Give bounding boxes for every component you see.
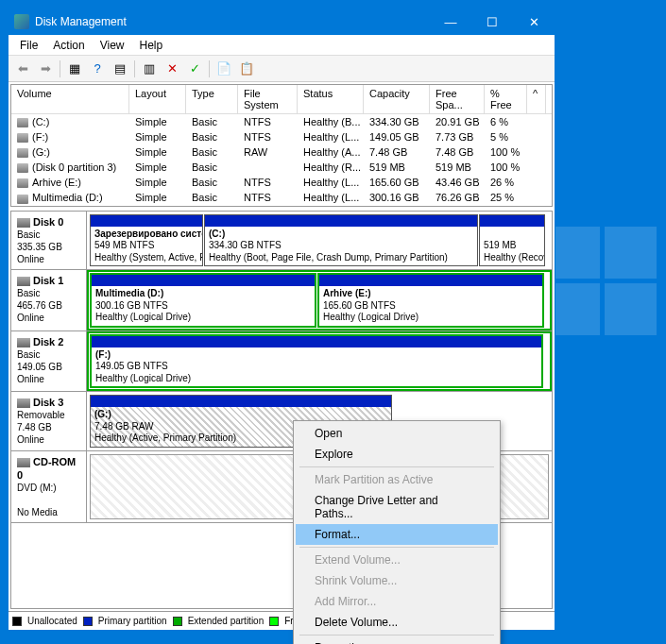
list-row[interactable]: (C:)SimpleBasicNTFSHealthy (B...334.30 G…: [11, 114, 552, 129]
partition[interactable]: (C:)334.30 GB NTFSHealthy (Boot, Page Fi…: [204, 214, 478, 267]
back-icon[interactable]: ⬅: [12, 59, 33, 79]
partitions: Multimedia (D:)300.16 GB NTFSHealthy (Lo…: [87, 270, 552, 330]
menu-file[interactable]: File: [12, 37, 45, 54]
volume-icon: [17, 133, 28, 143]
delete-icon[interactable]: ✕: [162, 59, 182, 79]
volume-icon: [17, 195, 28, 204]
partition[interactable]: Arhive (E:)165.60 GB NTFSHealthy (Logica…: [317, 273, 544, 328]
disk-row: Disk 0Basic335.35 GBOnlineЗарезервирован…: [11, 212, 552, 271]
hdr-status[interactable]: Status: [298, 85, 364, 113]
menu-view[interactable]: View: [93, 37, 132, 54]
maximize-button[interactable]: ☐: [471, 8, 513, 35]
disk-icon: [17, 398, 30, 408]
menu-item-delete-volume[interactable]: Delete Volume...: [296, 612, 498, 633]
list-row[interactable]: (F:)SimpleBasicNTFSHealthy (L...149.05 G…: [11, 129, 552, 144]
hdr-pfree[interactable]: % Free: [485, 85, 527, 113]
disk-row: Disk 2Basic149.05 GBOnline(F:)149.05 GB …: [11, 331, 552, 393]
menu-item-extend-volume: Extend Volume...: [296, 550, 498, 570]
disk-icon: [17, 218, 30, 228]
partition[interactable]: Multimedia (D:)300.16 GB NTFSHealthy (Lo…: [90, 273, 316, 328]
volume-icon: [17, 118, 28, 127]
menu-item-properties[interactable]: Properties: [296, 637, 498, 644]
volume-icon: [17, 178, 28, 188]
hdr-layout[interactable]: Layout: [129, 85, 186, 113]
toolbar: ⬅ ➡ ▦ ? ▤ ▥ ✕ ✓ 📄 📋: [9, 56, 555, 82]
disk-row: Disk 1Basic465.76 GBOnlineMultimedia (D:…: [11, 270, 552, 331]
partition[interactable]: 519 MBHealthy (Recovery Partition: [479, 214, 545, 267]
disk-icon: [17, 458, 30, 467]
disk-info[interactable]: Disk 1Basic465.76 GBOnline: [11, 270, 87, 330]
menu-item-change-drive-letter-and-paths[interactable]: Change Drive Letter and Paths...: [296, 490, 498, 524]
hdr-fs[interactable]: File System: [238, 85, 298, 113]
format-icon[interactable]: ✓: [184, 59, 205, 79]
volume-icon: [17, 163, 28, 173]
menu-separator: [299, 547, 494, 548]
hdr-spacer: ^: [527, 85, 546, 113]
menu-item-explore[interactable]: Explore: [296, 444, 498, 465]
context-menu: OpenExploreMark Partition as ActiveChang…: [293, 420, 501, 644]
volume-list[interactable]: Volume Layout Type File System Status Ca…: [10, 84, 553, 207]
partition[interactable]: (F:)149.05 GB NTFSHealthy (Logical Drive…: [90, 334, 543, 389]
hdr-free[interactable]: Free Spa...: [430, 85, 485, 113]
disk-icon: [17, 338, 30, 347]
menu-separator: [299, 635, 494, 636]
menu-action[interactable]: Action: [45, 37, 92, 54]
menu-help[interactable]: Help: [132, 37, 171, 54]
legend-swatch: [173, 617, 182, 626]
menubar: File Action View Help: [9, 35, 555, 56]
legend-label: Primary partition: [98, 616, 167, 626]
hdr-volume[interactable]: Volume: [11, 85, 129, 113]
list-row[interactable]: (G:)SimpleBasicRAWHealthy (A...7.48 GB7.…: [11, 144, 552, 160]
legend-swatch: [269, 617, 279, 626]
legend-swatch: [12, 617, 22, 626]
disk-info[interactable]: Disk 2Basic149.05 GBOnline: [11, 331, 87, 392]
legend-label: Unallocated: [27, 616, 77, 626]
menu-item-open[interactable]: Open: [296, 423, 498, 444]
minimize-button[interactable]: —: [430, 8, 471, 35]
forward-icon[interactable]: ➡: [35, 59, 56, 79]
list-header: Volume Layout Type File System Status Ca…: [11, 85, 552, 114]
partitions: Зарезервировано систе549 MB NTFSHealthy …: [87, 212, 552, 270]
view-icon[interactable]: ▦: [64, 59, 85, 79]
refresh-icon[interactable]: 📄: [213, 59, 234, 79]
list-row[interactable]: (Disk 0 partition 3)SimpleBasicHealthy (…: [11, 160, 552, 175]
app-icon: [14, 14, 29, 29]
list-row[interactable]: Arhive (E:)SimpleBasicNTFSHealthy (L...1…: [11, 175, 552, 190]
menu-item-shrink-volume: Shrink Volume...: [296, 570, 498, 591]
window-title: Disk Management: [35, 15, 430, 28]
menu-item-format[interactable]: Format...: [296, 524, 498, 545]
legend-label: Extended partition: [188, 616, 265, 626]
partition[interactable]: Зарезервировано систе549 MB NTFSHealthy …: [90, 214, 203, 267]
menu-item-mark-partition-as-active: Mark Partition as Active: [296, 469, 498, 490]
hdr-capacity[interactable]: Capacity: [364, 85, 430, 113]
partitions: (F:)149.05 GB NTFSHealthy (Logical Drive…: [87, 331, 552, 392]
volume-icon: [17, 148, 28, 158]
properties-icon[interactable]: ▤: [110, 59, 130, 79]
detail-icon[interactable]: 📋: [236, 59, 257, 79]
close-button[interactable]: ✕: [513, 8, 555, 35]
list-row[interactable]: Multimedia (D:)SimpleBasicNTFSHealthy (L…: [11, 190, 552, 205]
titlebar[interactable]: Disk Management — ☐ ✕: [9, 8, 555, 35]
disk-icon: [17, 277, 30, 286]
action-icon[interactable]: ▥: [139, 59, 160, 79]
help-icon[interactable]: ?: [87, 59, 108, 79]
disk-info[interactable]: Disk 3Removable7.48 GBOnline: [11, 392, 87, 450]
disk-info[interactable]: Disk 0Basic335.35 GBOnline: [11, 212, 87, 270]
disk-info[interactable]: CD-ROM 0DVD (M:)No Media: [11, 451, 87, 523]
menu-separator: [299, 466, 494, 467]
hdr-type[interactable]: Type: [186, 85, 238, 113]
menu-item-add-mirror: Add Mirror...: [296, 591, 498, 612]
legend-swatch: [83, 617, 93, 626]
